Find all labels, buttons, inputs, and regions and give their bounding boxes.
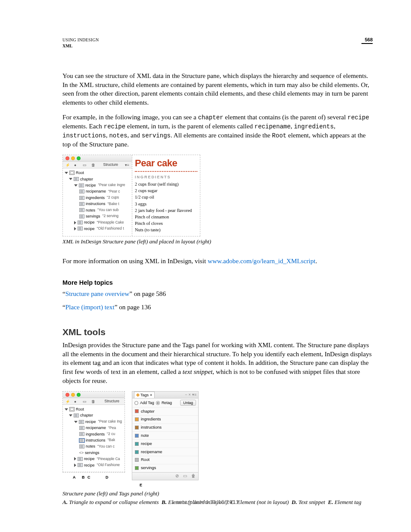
structure-pane-overview-link[interactable]: Structure pane overview (65, 290, 129, 297)
tree-chapter[interactable]: chapter (65, 176, 130, 182)
disclosure-triangle-icon[interactable] (74, 227, 76, 230)
disclosure-triangle-icon[interactable] (65, 408, 68, 411)
lightning-icon[interactable]: ⚡ (65, 163, 70, 167)
tree-recipe[interactable]: recipe"Old Fashioned t (65, 226, 130, 232)
tag-row[interactable]: instructions (132, 423, 198, 432)
disclosure-triangle-icon[interactable] (74, 221, 76, 224)
tag-row[interactable]: recipename (132, 448, 198, 456)
disclosure-triangle-icon[interactable] (69, 414, 72, 417)
close-tab-icon[interactable]: × (150, 392, 152, 398)
close-icon[interactable] (65, 156, 69, 160)
tag-row[interactable]: recipe (132, 439, 198, 448)
page-footer: Last updated 11/16/2011 (0, 499, 411, 505)
minimize-icon[interactable] (71, 393, 75, 397)
panel-menu-icon[interactable]: ▾≡ (125, 163, 129, 167)
code-ingredients: ingredients (294, 123, 333, 130)
tree-recipe[interactable]: recipe"Old Fashione (65, 462, 123, 468)
ingredient-line: 2 jars baby food - pear flavored (135, 208, 197, 214)
retag-radio[interactable] (156, 401, 160, 405)
xml-tools-paragraph: InDesign provides the Structure pane and… (62, 341, 373, 385)
panel-menu-icon[interactable]: ▾≡ (192, 392, 196, 397)
trash-icon[interactable]: 🗑 (91, 399, 96, 404)
tree-notes[interactable]: notes"You can c (65, 443, 123, 449)
text-snippet: "Pineapple Cake (97, 220, 124, 226)
disclosure-triangle-icon[interactable] (69, 178, 72, 180)
tree-ingredients[interactable]: ingredients"2 cups (65, 195, 130, 201)
new-tag-icon[interactable]: ▭ (183, 473, 187, 479)
tag-row[interactable]: Root (132, 456, 198, 464)
tree-recipename[interactable]: recipename"Pear c (65, 188, 130, 194)
zoom-icon[interactable] (77, 393, 81, 397)
tree-ingredients[interactable]: ingredients"2 cu (65, 431, 123, 437)
retag-label: Retag (162, 400, 172, 405)
xml-script-link[interactable]: www.adobe.com/go/learn_id_XMLscript (208, 257, 315, 264)
disclosure-triangle-icon[interactable] (74, 184, 78, 187)
place-import-text-link[interactable]: Place (import) text (65, 303, 115, 311)
minimize-icon[interactable]: − (185, 392, 187, 397)
figure-structure-and-layout: ⚡ ● ▭ 🗑 Structure ▾≡ Root chapter recipe… (62, 155, 200, 236)
tag-swatch-icon (135, 458, 139, 462)
untag-button[interactable]: Untag (180, 400, 196, 406)
tree-label: recipename (86, 188, 106, 194)
tree-instructions[interactable]: instructions"Bak (65, 437, 123, 443)
tree-recipe[interactable]: recipe"Pineapple Ca (65, 456, 123, 462)
callout-E: E (140, 482, 142, 488)
tree-label: chapter (80, 412, 93, 418)
structure-pane: ⚡ ● ▭ 🗑 Structure Root chapter recipe"Pe… (62, 391, 125, 473)
element-icon (79, 445, 84, 448)
disclosure-triangle-icon[interactable] (65, 172, 68, 174)
tree-servings[interactable]: servings"2 serving (65, 213, 130, 219)
tree-label: recipe (84, 456, 95, 462)
add-tag-radio[interactable] (134, 401, 138, 405)
tree-recipename[interactable]: recipename"Pea (65, 425, 123, 431)
element-icon (79, 190, 84, 193)
tag-row[interactable]: servings (132, 464, 198, 472)
tree-root[interactable]: Root (65, 170, 130, 176)
trash-icon[interactable]: 🗑 (91, 163, 96, 167)
tree-notes[interactable]: notes"You can sub (65, 207, 130, 213)
tree-root[interactable]: Root (65, 406, 123, 412)
header-section: XML (62, 43, 99, 49)
element-icon (79, 426, 84, 430)
tree-recipe[interactable]: recipe"Pear cake Ingre (65, 182, 130, 188)
tree-label: servings (85, 450, 100, 456)
disclosure-triangle-icon[interactable] (74, 464, 76, 467)
paragraph-example: For example, in the following image, you… (62, 113, 373, 149)
tree-label: recipe (84, 219, 95, 225)
tree-servings[interactable]: <>servings (65, 450, 123, 456)
tree-recipe[interactable]: recipe"Pineapple Cake (65, 219, 130, 225)
tags-tab[interactable]: Tags× (134, 392, 155, 398)
tag-row[interactable]: note (132, 431, 198, 439)
disclosure-triangle-icon[interactable] (74, 421, 78, 423)
dot-icon[interactable]: ● (74, 399, 78, 404)
close-icon[interactable]: × (188, 392, 190, 397)
tree-recipe[interactable]: recipe"Pear cake Ing (65, 419, 123, 425)
minimize-icon[interactable] (71, 156, 75, 160)
lightning-icon[interactable]: ⚡ (65, 399, 70, 404)
link-icon[interactable]: ⊘ (175, 473, 179, 479)
page-icon[interactable]: ▭ (83, 163, 87, 167)
tree-chapter[interactable]: chapter (65, 412, 123, 418)
close-icon[interactable] (65, 393, 69, 397)
tag-row[interactable]: ingredients (132, 415, 198, 423)
page-icon[interactable]: ▭ (83, 399, 87, 404)
more-help-heading: More Help topics (62, 279, 373, 287)
tag-name: recipename (141, 449, 162, 455)
zoom-icon[interactable] (77, 156, 81, 160)
text-snippet: "Pear cake Ing (98, 419, 122, 425)
dot-icon[interactable]: ● (74, 163, 78, 167)
disclosure-triangle-icon[interactable] (74, 457, 76, 460)
trash-icon[interactable]: 🗑 (191, 473, 196, 479)
structure-toolbar: ⚡ ● ▭ 🗑 Structure ▾≡ (63, 162, 132, 168)
tree-label: recipe (84, 226, 95, 232)
text: . (315, 257, 317, 264)
page-number: 568 (361, 37, 373, 42)
tree-instructions[interactable]: instructions"Bake t (65, 201, 130, 207)
structure-toolbar: ⚡ ● ▭ 🗑 Structure (63, 398, 125, 405)
ingredient-line: Pinch of cinnamon (135, 214, 197, 220)
text-snippet: "2 cu (107, 431, 115, 437)
tag-name: servings (141, 465, 156, 471)
tag-row[interactable]: chapter (132, 407, 198, 415)
text: element that contains (is the parent of)… (223, 113, 347, 121)
tags-controls: Add Tag Retag Untag (132, 398, 198, 407)
